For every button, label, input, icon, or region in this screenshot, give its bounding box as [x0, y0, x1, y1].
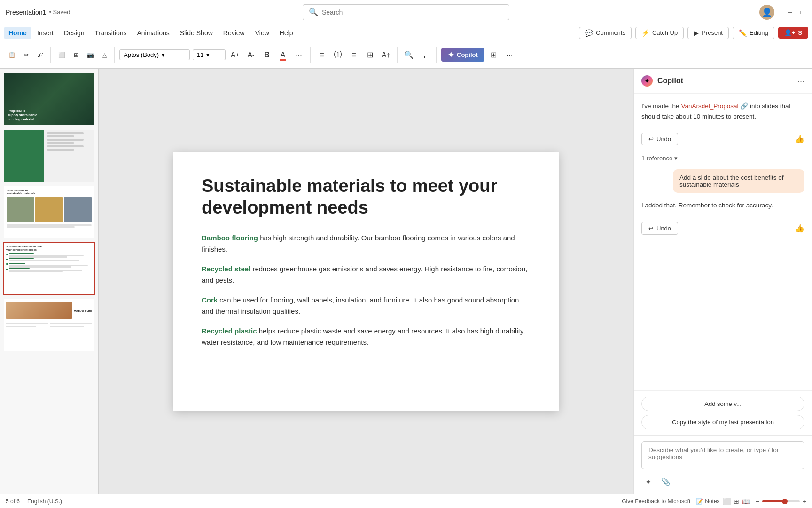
shapes-button[interactable]: △: [100, 50, 109, 60]
zoom-out-button[interactable]: −: [756, 498, 759, 505]
bold-button[interactable]: B: [260, 48, 273, 62]
numbering-button[interactable]: ⑴: [331, 48, 344, 62]
format-painter-button[interactable]: 🖌: [34, 50, 46, 60]
menu-insert[interactable]: Insert: [32, 27, 58, 39]
slide-text-3: can be used for flooring, wall panels, i…: [202, 296, 519, 315]
statusbar-right: Give Feedback to Microsoft 📝 Notes ⬜ ⊞ 📖…: [622, 498, 806, 505]
share-button[interactable]: 👤+ S: [778, 27, 808, 39]
font-color-button[interactable]: A: [276, 48, 289, 62]
reference-row[interactable]: 1 reference ▾: [641, 155, 804, 162]
menu-home[interactable]: Home: [4, 27, 31, 39]
slide-item-1: Bamboo flooring has high strength and du…: [202, 232, 531, 255]
slide-thumb-1[interactable]: VanArsdel • WideWorld Proposal tosupply …: [3, 72, 95, 126]
zoom-in-button[interactable]: +: [803, 498, 806, 505]
copilot-ribbon-label: Copilot: [457, 51, 478, 58]
menu-view[interactable]: View: [250, 27, 274, 39]
text-highlight-button[interactable]: A↑: [379, 48, 392, 62]
normal-view-icon[interactable]: ⬜: [723, 498, 731, 505]
window-title: Presentation1 • Saved: [6, 8, 70, 16]
copilot-sparkle-icon[interactable]: ✦: [641, 475, 655, 488]
menu-help[interactable]: Help: [275, 27, 298, 39]
user-message-container: Add a slide about the cost benefits of s…: [641, 169, 804, 193]
font-size-chevron-icon: ▾: [206, 51, 210, 58]
bullets-button[interactable]: ≡: [315, 48, 328, 62]
menu-slideshow[interactable]: Slide Show: [175, 27, 218, 39]
more-ribbon-button[interactable]: ⊞: [487, 48, 500, 62]
maximize-button[interactable]: □: [798, 8, 806, 16]
reading-view-icon[interactable]: 📖: [742, 498, 750, 505]
notes-button[interactable]: 📝 Notes: [696, 498, 719, 505]
present-button[interactable]: ▶ Present: [687, 27, 729, 39]
comments-button[interactable]: 💬 Comments: [579, 27, 632, 39]
copilot-file-link[interactable]: VanArsdel_Proposal 🔗: [681, 103, 748, 110]
reference-chevron-icon: ▾: [674, 155, 678, 162]
statusbar: 5 of 6 English (U.S.) Give Feedback to M…: [0, 494, 812, 508]
paste-button[interactable]: 📋: [6, 50, 18, 60]
view-icons: 📝 Notes ⬜ ⊞ 📖: [696, 498, 750, 505]
zoom-slider-thumb[interactable]: [782, 499, 788, 504]
copilot-panel-title: Copilot: [657, 77, 793, 85]
painter-icon: 🖌: [37, 52, 43, 58]
copilot-input[interactable]: [641, 441, 804, 469]
minimize-button[interactable]: ─: [786, 8, 794, 16]
slide-thumb-3[interactable]: Cost benefits ofsustainable materials: [3, 185, 95, 239]
menu-review[interactable]: Review: [219, 27, 250, 39]
undo-button-2[interactable]: ↩ Undo: [641, 222, 678, 235]
copilot-more-button[interactable]: ···: [797, 76, 804, 86]
slide-thumb-4[interactable]: Sustainable materials to meetyour develo…: [3, 242, 95, 295]
suggestion-chip-2[interactable]: Copy the style of my last presentation: [641, 415, 804, 429]
copilot-input-actions: ✦ 📎: [641, 475, 804, 488]
slide-sorter-icon[interactable]: ⊞: [734, 498, 739, 505]
more-formatting-button[interactable]: ···: [292, 48, 305, 62]
suggestion-chip-1[interactable]: Add some v...: [641, 397, 804, 411]
layout-icon: ⊞: [74, 52, 78, 58]
slide-area: Sustainable materials to meet your devel…: [99, 69, 633, 494]
search-bar[interactable]: 🔍: [303, 4, 509, 20]
menu-animations[interactable]: Animations: [132, 27, 174, 39]
search-input[interactable]: [322, 8, 503, 16]
align-button[interactable]: ≡: [347, 48, 360, 62]
insert-slide-button[interactable]: ⬜: [55, 50, 68, 60]
slide-thumb-5[interactable]: VanArsdel: [3, 298, 95, 352]
screenshot-button[interactable]: 📷: [84, 50, 97, 60]
slide-item-4: Recycled plastic helps reduce plastic wa…: [202, 325, 531, 348]
catchup-label: Catch Up: [652, 29, 678, 36]
layout-button[interactable]: ⊞: [71, 50, 81, 60]
catchup-button[interactable]: ⚡ Catch Up: [635, 27, 684, 39]
editing-button[interactable]: ✏️ Editing: [733, 27, 774, 39]
menu-transitions[interactable]: Transitions: [90, 27, 132, 39]
like-button-2[interactable]: 👍: [795, 224, 804, 233]
ribbon-divider-5: [436, 47, 437, 64]
avatar[interactable]: 👤: [759, 5, 774, 20]
copilot-undo-row-1: ↩ Undo 👍: [641, 133, 804, 145]
expand-ribbon-button[interactable]: ···: [503, 48, 516, 62]
chevron-down-icon: ▾: [162, 51, 165, 58]
language-indicator: English (U.S.): [27, 498, 62, 505]
text-direction-button[interactable]: ⊞: [363, 48, 376, 62]
ribbon-divider: [50, 47, 51, 64]
like-button-1[interactable]: 👍: [795, 135, 804, 143]
slide-canvas: Sustainable materials to meet your devel…: [173, 152, 559, 411]
increase-font-button[interactable]: A+: [228, 48, 242, 62]
ribbon: 📋 ✂ 🖌 ⬜ ⊞ 📷 △ Aptos (Body) ▾ 11 ▾ A+ A- …: [0, 41, 812, 69]
record-button[interactable]: 🎙: [418, 48, 431, 62]
saved-status: • Saved: [49, 8, 70, 16]
font-selector[interactable]: Aptos (Body) ▾: [119, 49, 190, 60]
copilot-messages: I've made the VanArsdel_Proposal 🔗 into …: [634, 94, 812, 390]
font-size-value: 11: [197, 51, 203, 58]
slide-main-title: Sustainable materials to meet your devel…: [202, 175, 531, 218]
zoom-slider[interactable]: [762, 500, 800, 502]
menu-design[interactable]: Design: [59, 27, 89, 39]
feedback-link[interactable]: Give Feedback to Microsoft: [622, 498, 690, 505]
cut-button[interactable]: ✂: [21, 50, 31, 60]
decrease-font-button[interactable]: A-: [244, 48, 258, 62]
copilot-attach-icon[interactable]: 📎: [659, 475, 672, 488]
copilot-button[interactable]: ✦ Copilot: [441, 48, 484, 62]
slide2-content: [45, 130, 94, 182]
copilot-logo-icon: ✦: [641, 75, 653, 87]
copilot-input-area: ✦ 📎: [634, 435, 812, 494]
find-button[interactable]: 🔍: [402, 48, 415, 62]
undo-button-1[interactable]: ↩ Undo: [641, 133, 678, 145]
font-size-selector[interactable]: 11 ▾: [193, 49, 226, 60]
slide-thumb-2[interactable]: [3, 129, 95, 183]
